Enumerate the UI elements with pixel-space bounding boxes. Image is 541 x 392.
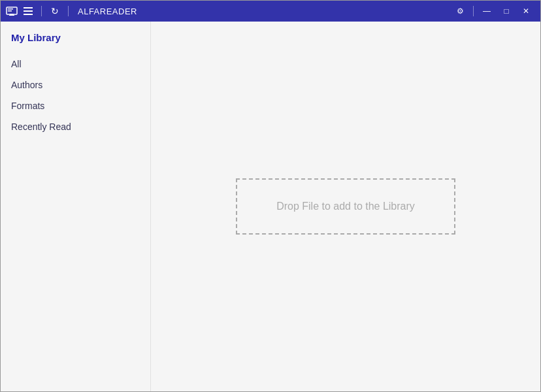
drop-zone[interactable]: Drop File to add to the Library <box>236 178 455 235</box>
svg-rect-6 <box>24 10 33 12</box>
app-window: ↻ ALFAREADER ⚙ — □ ✕ My Library All Auth… <box>0 0 541 392</box>
svg-rect-2 <box>8 10 12 12</box>
app-icon <box>6 5 18 17</box>
sidebar-item-formats[interactable]: Formats <box>1 95 150 116</box>
app-title: ALFAREADER <box>78 7 137 16</box>
main-content: Drop File to add to the Library <box>151 22 540 391</box>
maximize-button[interactable]: □ <box>497 5 516 18</box>
sidebar-title: My Library <box>1 32 150 54</box>
svg-rect-4 <box>9 15 14 16</box>
settings-button[interactable]: ⚙ <box>451 5 469 18</box>
sidebar-item-all[interactable]: All <box>1 54 150 74</box>
svg-rect-5 <box>24 7 33 8</box>
window-controls: ⚙ — □ ✕ <box>451 5 535 18</box>
minimize-button[interactable]: — <box>478 5 496 18</box>
title-bar-divider-1 <box>41 6 42 16</box>
sidebar-item-authors[interactable]: Authors <box>1 74 150 95</box>
title-bar-divider-2 <box>68 6 69 16</box>
title-bar-left: ↻ ALFAREADER <box>6 5 451 18</box>
sidebar: My Library All Authors Formats Recently … <box>1 22 151 391</box>
svg-rect-1 <box>8 8 13 10</box>
menu-button[interactable] <box>22 5 35 18</box>
sidebar-item-recently-read[interactable]: Recently Read <box>1 116 150 137</box>
svg-rect-7 <box>24 14 33 15</box>
title-bar: ↻ ALFAREADER ⚙ — □ ✕ <box>1 1 540 22</box>
svg-rect-3 <box>10 14 14 15</box>
refresh-button[interactable]: ↻ <box>48 5 61 18</box>
close-button[interactable]: ✕ <box>517 5 535 18</box>
controls-divider <box>473 6 474 16</box>
content-area: My Library All Authors Formats Recently … <box>1 22 540 391</box>
